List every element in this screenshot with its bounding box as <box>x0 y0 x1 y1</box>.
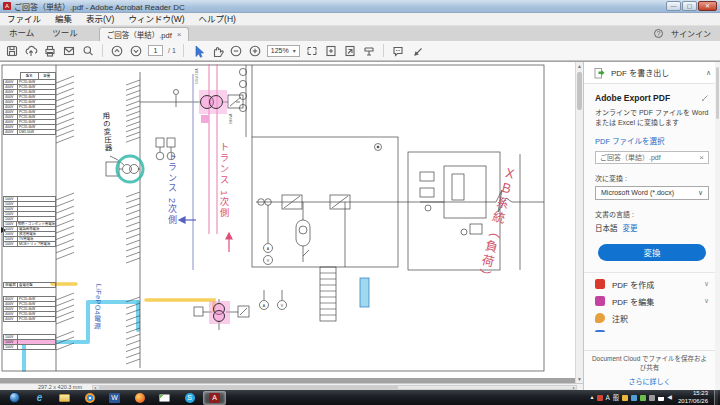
learn-more-link[interactable]: さらに詳しく <box>584 376 715 386</box>
scrollbar-thumb[interactable] <box>577 72 582 110</box>
horizontal-scrollbar[interactable]: ◂ ▸ <box>92 385 577 390</box>
network-icon[interactable] <box>658 395 664 401</box>
full-screen-icon[interactable] <box>343 44 357 58</box>
hand-tool-icon[interactable] <box>210 44 224 58</box>
menu-file[interactable]: ファイル <box>0 13 48 26</box>
page-number-input[interactable]: 1 <box>148 45 163 56</box>
email-icon[interactable] <box>62 44 76 58</box>
tray-icon-4[interactable] <box>649 395 655 401</box>
menu-edit[interactable]: 編集 <box>48 13 79 26</box>
load-table-400v: 400VPC55.6kW400VPC55.6kW400VPC55.6kW400V… <box>3 80 56 135</box>
format-select[interactable]: Microsoft Word (*.docx) ∨ <box>595 186 709 200</box>
reading-mode-icon[interactable] <box>362 44 376 58</box>
single-line-diagram: トランス 1次側 トランス 2次側 用の変圧器 LiFePO4電源 ＸＢ系統（負… <box>0 62 575 378</box>
document-vertical-scrollbar[interactable]: ▲ ▼ <box>575 62 583 383</box>
ime-mode-icon[interactable]: A <box>606 394 610 401</box>
tool-item-create[interactable]: PDF を作成∨ <box>595 276 709 293</box>
acrobat-taskbar-icon[interactable]: A <box>203 391 226 405</box>
next-page-icon[interactable] <box>129 44 143 58</box>
volume-icon[interactable]: ◀ <box>667 394 672 401</box>
tray-expand-icon[interactable]: ▴ <box>590 394 593 401</box>
search-icon[interactable] <box>81 44 95 58</box>
scroll-right-icon[interactable]: ▸ <box>573 385 575 390</box>
tools-sidebar: PDF を書き出し ∧ Adobe Export PDF オンラインで PDF … <box>583 62 720 390</box>
yellow-highlight-stroke[interactable] <box>146 300 214 311</box>
wmp-taskbar-icon[interactable] <box>78 391 101 405</box>
transformer-secondary-highlight[interactable] <box>209 301 230 324</box>
maximize-button[interactable]: ▢ <box>682 1 697 11</box>
tool-item-edit[interactable]: PDF を編集∨ <box>595 293 709 310</box>
mail-taskbar-icon[interactable] <box>153 391 176 405</box>
comment-icon[interactable] <box>391 44 405 58</box>
menu-window[interactable]: ウィンドウ(W) <box>121 13 191 26</box>
h-scrollbar-thumb[interactable] <box>99 386 398 389</box>
convert-to-label: 次に変換 : <box>595 173 709 183</box>
help-icon[interactable]: ? <box>654 29 663 38</box>
annotation-primary-side[interactable]: トランス 1次側 <box>219 142 230 219</box>
menu-view[interactable]: 表示(V) <box>79 13 121 26</box>
tab-document[interactable]: ご回答（単結）.pdf × <box>99 27 190 41</box>
export-pdf-header[interactable]: PDF を書き出し ∧ <box>584 62 720 84</box>
tab-tools[interactable]: ツール <box>43 26 87 41</box>
zoom-out-icon[interactable] <box>229 44 243 58</box>
tab-close-icon[interactable]: × <box>177 30 182 39</box>
load-table-charger: 充電器蓄電池盤 <box>3 283 56 288</box>
tray-icon-3[interactable] <box>640 395 646 401</box>
annotation-secondary-side[interactable]: トランス 2次側 <box>167 152 177 226</box>
tray-icon-2[interactable] <box>631 395 637 401</box>
scroll-left-icon[interactable]: ◂ <box>94 385 96 390</box>
annotation-circle-note[interactable]: 用の変圧器 <box>100 111 112 153</box>
fit-width-icon[interactable] <box>305 44 319 58</box>
transformer-primary-highlight[interactable] <box>199 90 227 123</box>
previous-page-icon[interactable] <box>110 44 124 58</box>
tab-home[interactable]: ホーム <box>0 26 43 41</box>
system-tray: ▴ A 般 ◀ 15:23 2017/06/26 <box>590 390 720 404</box>
scroll-down-icon[interactable]: ▼ <box>576 375 583 383</box>
page-total-label: / 1 <box>168 47 176 54</box>
highlighter-icon[interactable] <box>410 44 424 58</box>
select-pdf-link[interactable]: PDF ファイルを選択 <box>595 135 709 146</box>
tray-icon-1[interactable] <box>622 395 628 401</box>
tool-item-comment[interactable]: 注釈 <box>595 310 709 327</box>
menu-help[interactable]: ヘルプ(H) <box>192 13 243 26</box>
selected-file-name: ご回答（単結）.pdf <box>600 152 661 162</box>
save-icon[interactable] <box>5 44 19 58</box>
print-icon[interactable] <box>43 44 57 58</box>
minimize-button[interactable]: — <box>666 1 681 11</box>
ime-kana-icon[interactable]: 般 <box>613 394 620 401</box>
meter-v-label: V <box>267 259 270 263</box>
change-language-link[interactable]: 変更 <box>623 222 638 233</box>
fit-page-icon[interactable] <box>324 44 338 58</box>
start-taskbar-icon[interactable] <box>3 391 26 405</box>
panel-title: Adobe Export PDF <box>595 93 670 103</box>
tool-item-more[interactable] <box>595 327 709 332</box>
tray-security-icon[interactable] <box>597 395 603 401</box>
annotation-battery-note[interactable]: LiFePO4電源 <box>93 284 103 331</box>
share-upload-icon[interactable] <box>24 44 38 58</box>
window-title: ご回答（単結）.pdf - Adobe Acrobat Reader DC <box>14 1 185 12</box>
show-desktop-button[interactable] <box>714 390 718 404</box>
convert-button[interactable]: 変換 <box>598 244 706 261</box>
collapse-chevron-icon[interactable]: ∧ <box>706 69 711 77</box>
pdf-page[interactable]: 盤名容量 400VPC55.6kW400VPC55.6kW400VPC55.6k… <box>0 62 575 378</box>
blue-note-annotation[interactable] <box>360 278 369 307</box>
annotation-load-note[interactable]: ＸＢ系統（負荷） <box>474 165 517 285</box>
taskbar-clock[interactable]: 15:23 2017/06/26 <box>678 390 708 404</box>
sidebar-scrollbar[interactable] <box>715 62 720 390</box>
create-icon <box>595 279 605 289</box>
zoom-level-select[interactable]: 125% ▾ <box>267 45 300 57</box>
word-taskbar-icon[interactable]: W <box>103 391 126 405</box>
firefox-taskbar-icon[interactable] <box>128 391 151 405</box>
skype-taskbar-icon[interactable]: S <box>178 391 201 405</box>
close-button[interactable]: ✕ <box>698 1 717 11</box>
start-icon <box>9 392 20 403</box>
sidebar-scrollbar-thumb[interactable] <box>716 67 719 119</box>
explorer-taskbar-icon[interactable] <box>53 391 76 405</box>
scroll-up-icon[interactable]: ▲ <box>576 62 583 70</box>
zoom-in-icon[interactable] <box>248 44 262 58</box>
select-cursor-icon[interactable] <box>191 44 205 58</box>
sign-in-button[interactable]: サインイン <box>671 28 711 39</box>
clear-file-icon[interactable]: × <box>699 153 704 162</box>
selected-file-box[interactable]: ご回答（単結）.pdf × <box>595 151 709 164</box>
ie-taskbar-icon[interactable]: e <box>28 391 51 405</box>
